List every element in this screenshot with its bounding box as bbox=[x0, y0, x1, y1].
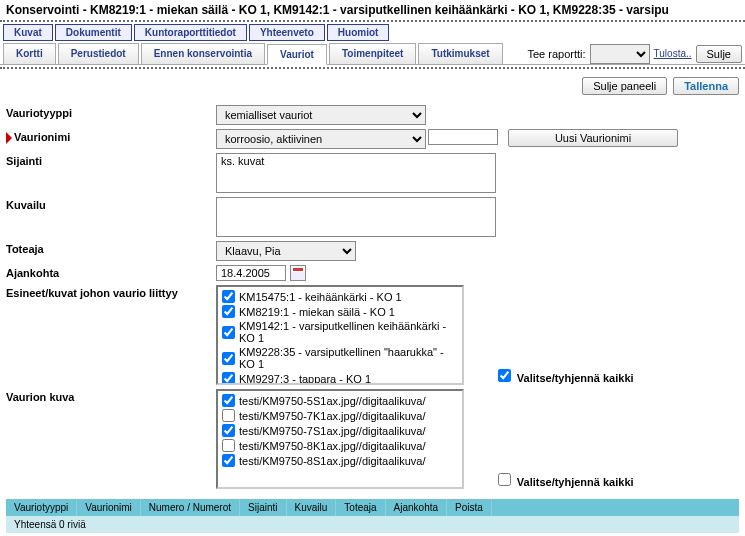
table-col-header[interactable]: Vaurionimi bbox=[77, 499, 141, 516]
report-label: Tee raportti: bbox=[527, 48, 585, 60]
top-tab-row: KuvatDokumentitKuntoraporttitiedotYhteen… bbox=[0, 22, 745, 43]
footer-total: Yhteensä 0 riviä bbox=[6, 516, 739, 533]
main-tab[interactable]: Ennen konservointia bbox=[141, 43, 265, 64]
table-col-header[interactable]: Poista bbox=[447, 499, 492, 516]
list-item[interactable]: testi/KM9750-5S1ax.jpg//digitaalikuva/ bbox=[220, 393, 460, 408]
item-checkbox[interactable] bbox=[222, 439, 235, 452]
sijainti-label: Sijainti bbox=[6, 153, 216, 167]
table-col-header[interactable]: Vauriotyyppi bbox=[6, 499, 77, 516]
list-item[interactable]: testi/KM9750-8S1ax.jpg//digitaalikuva/ bbox=[220, 453, 460, 468]
footer-table: VauriotyyppiVaurionimiNumero / NumerotSi… bbox=[6, 499, 739, 533]
item-checkbox[interactable] bbox=[222, 326, 235, 339]
sijainti-input[interactable]: ks. kuvat bbox=[216, 153, 496, 193]
vauriotyyppi-label: Vauriotyyppi bbox=[6, 105, 216, 119]
valitse-kaikki-kuvat-checkbox[interactable] bbox=[498, 473, 511, 486]
list-item[interactable]: testi/KM9750-8K1ax.jpg//digitaalikuva/ bbox=[220, 438, 460, 453]
item-label: KM9228:35 - varsiputkellinen "haarukka" … bbox=[239, 346, 458, 370]
item-label: testi/KM9750-7S1ax.jpg//digitaalikuva/ bbox=[239, 425, 426, 437]
vaurionimi-extra-input[interactable] bbox=[428, 129, 498, 145]
main-tab[interactable]: Vauriot bbox=[267, 44, 327, 65]
list-item[interactable]: KM15475:1 - keihäänkärki - KO 1 bbox=[220, 289, 460, 304]
main-tab[interactable]: Toimenpiteet bbox=[329, 43, 416, 64]
table-col-header[interactable]: Sijainti bbox=[240, 499, 286, 516]
item-label: testi/KM9750-7K1ax.jpg//digitaalikuva/ bbox=[239, 410, 426, 422]
main-tab[interactable]: Tutkimukset bbox=[418, 43, 502, 64]
item-checkbox[interactable] bbox=[222, 290, 235, 303]
table-col-header[interactable]: Kuvailu bbox=[287, 499, 337, 516]
item-checkbox[interactable] bbox=[222, 352, 235, 365]
kuvailu-input[interactable] bbox=[216, 197, 496, 237]
item-label: KM8219:1 - miekan säilä - KO 1 bbox=[239, 306, 395, 318]
main-tab[interactable]: Kortti bbox=[3, 43, 56, 64]
uusi-vaurionimi-button[interactable]: Uusi Vaurionimi bbox=[508, 129, 678, 147]
esineet-list[interactable]: KM15475:1 - keihäänkärki - KO 1KM8219:1 … bbox=[216, 285, 464, 385]
report-select[interactable] bbox=[590, 44, 650, 64]
toteaja-label: Toteaja bbox=[6, 241, 216, 255]
kuvailu-label: Kuvailu bbox=[6, 197, 216, 211]
item-label: testi/KM9750-8K1ax.jpg//digitaalikuva/ bbox=[239, 440, 426, 452]
table-col-header[interactable]: Numero / Numerot bbox=[141, 499, 240, 516]
vauriotyyppi-select[interactable]: kemialliset vauriot bbox=[216, 105, 426, 125]
item-label: testi/KM9750-8S1ax.jpg//digitaalikuva/ bbox=[239, 455, 426, 467]
vaurionimi-select[interactable]: korroosio, aktiivinen bbox=[216, 129, 426, 149]
print-link[interactable]: Tulosta.. bbox=[654, 48, 692, 59]
top-tab[interactable]: Kuvat bbox=[3, 24, 53, 41]
list-item[interactable]: KM9297:3 - tappara - KO 1 bbox=[220, 371, 460, 385]
ajankohta-label: Ajankohta bbox=[6, 265, 216, 279]
valitse-kaikki-esineet-checkbox[interactable] bbox=[498, 369, 511, 382]
list-item[interactable]: testi/KM9750-7S1ax.jpg//digitaalikuva/ bbox=[220, 423, 460, 438]
vaurionimi-label: Vaurionimi bbox=[6, 129, 216, 144]
save-button[interactable]: Tallenna bbox=[673, 77, 739, 95]
table-col-header[interactable]: Toteaja bbox=[336, 499, 385, 516]
item-checkbox[interactable] bbox=[222, 372, 235, 385]
table-col-header[interactable]: Ajankohta bbox=[386, 499, 447, 516]
item-label: testi/KM9750-5S1ax.jpg//digitaalikuva/ bbox=[239, 395, 426, 407]
item-label: KM9297:3 - tappara - KO 1 bbox=[239, 373, 371, 385]
item-label: KM15475:1 - keihäänkärki - KO 1 bbox=[239, 291, 402, 303]
main-tab[interactable]: Perustiedot bbox=[58, 43, 139, 64]
item-checkbox[interactable] bbox=[222, 424, 235, 437]
item-checkbox[interactable] bbox=[222, 394, 235, 407]
item-checkbox[interactable] bbox=[222, 305, 235, 318]
main-tab-row: KorttiPerustiedotEnnen konservointiaVaur… bbox=[0, 43, 745, 65]
ajankohta-input[interactable] bbox=[216, 265, 286, 281]
toteaja-select[interactable]: Klaavu, Pia bbox=[216, 241, 356, 261]
valitse-kaikki-kuvat-label: Valitse/tyhjennä kaikki bbox=[517, 476, 634, 488]
close-button[interactable]: Sulje bbox=[696, 45, 742, 63]
required-icon bbox=[6, 132, 12, 144]
top-tab[interactable]: Huomiot bbox=[327, 24, 390, 41]
esineet-label: Esineet/kuvat johon vaurio liittyy bbox=[6, 285, 216, 299]
top-tab[interactable]: Dokumentit bbox=[55, 24, 132, 41]
calendar-icon[interactable] bbox=[290, 265, 306, 281]
valitse-kaikki-esineet-label: Valitse/tyhjennä kaikki bbox=[517, 372, 634, 384]
close-panel-button[interactable]: Sulje paneeli bbox=[582, 77, 667, 95]
kuva-list[interactable]: testi/KM9750-5S1ax.jpg//digitaalikuva/te… bbox=[216, 389, 464, 489]
item-checkbox[interactable] bbox=[222, 409, 235, 422]
list-item[interactable]: KM9142:1 - varsiputkellinen keihäänkärki… bbox=[220, 319, 460, 345]
item-checkbox[interactable] bbox=[222, 454, 235, 467]
window-title: Konservointi - KM8219:1 - miekan säilä -… bbox=[0, 0, 745, 22]
top-tab[interactable]: Kuntoraporttitiedot bbox=[134, 24, 247, 41]
vaurion-kuva-label: Vaurion kuva bbox=[6, 389, 216, 403]
list-item[interactable]: testi/KM9750-7K1ax.jpg//digitaalikuva/ bbox=[220, 408, 460, 423]
item-label: KM9142:1 - varsiputkellinen keihäänkärki… bbox=[239, 320, 458, 344]
list-item[interactable]: KM8219:1 - miekan säilä - KO 1 bbox=[220, 304, 460, 319]
top-tab[interactable]: Yhteenveto bbox=[249, 24, 325, 41]
list-item[interactable]: KM9228:35 - varsiputkellinen "haarukka" … bbox=[220, 345, 460, 371]
